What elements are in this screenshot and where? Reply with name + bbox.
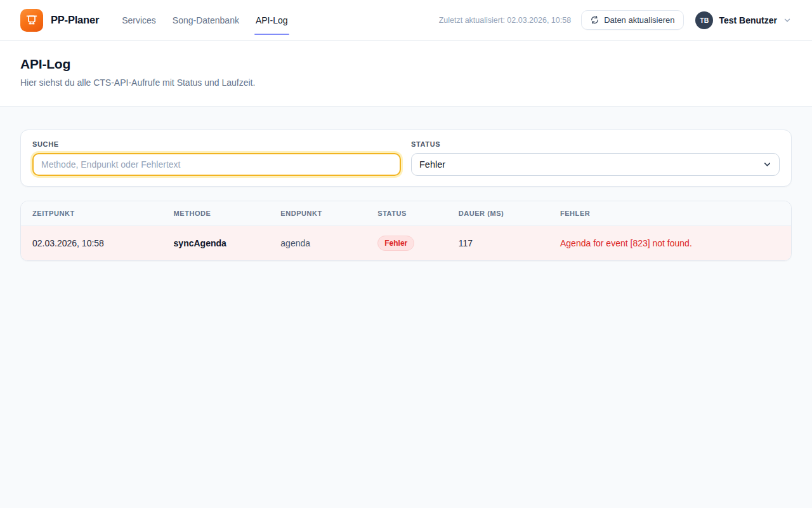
api-log-table-card: Zeitpunkt Methode Endpunkt Status Dauer … <box>20 201 792 261</box>
search-label: Suche <box>32 140 401 148</box>
nav-item-services[interactable]: Services <box>122 11 156 29</box>
refresh-data-button[interactable]: Daten aktualisieren <box>581 10 684 30</box>
column-header-dauer: Dauer (ms) <box>449 201 550 226</box>
user-name: Test Benutzer <box>719 15 777 25</box>
page-header: API-Log Hier siehst du alle CTS-API-Aufr… <box>0 41 812 107</box>
nav-item-song-datenbank[interactable]: Song-Datenbank <box>173 11 239 29</box>
table-row[interactable]: 02.03.2026, 10:58 syncAgenda agenda Fehl… <box>21 226 791 261</box>
column-header-status: Status <box>367 201 448 226</box>
status-select[interactable]: Fehler <box>411 153 780 176</box>
cell-methode: syncAgenda <box>164 226 271 261</box>
status-badge: Fehler <box>377 236 414 251</box>
search-field-group: Suche <box>32 140 401 176</box>
column-header-methode: Methode <box>164 201 271 226</box>
top-navbar: PP-Planer Services Song-Datenbank API-Lo… <box>0 0 812 41</box>
filter-card: Suche Status Fehler <box>20 130 792 187</box>
column-header-zeitpunkt: Zeitpunkt <box>21 201 164 226</box>
status-label: Status <box>411 140 780 148</box>
page-title: API-Log <box>20 57 792 72</box>
user-menu[interactable]: TB Test Benutzer <box>695 11 792 29</box>
navbar-right: Zuletzt aktualisiert: 02.03.2026, 10:58 … <box>439 10 792 30</box>
last-updated-text: Zuletzt aktualisiert: 02.03.2026, 10:58 <box>439 16 571 25</box>
page-subtitle: Hier siehst du alle CTS-API-Aufrufe mit … <box>20 77 792 88</box>
cell-status: Fehler <box>367 226 448 261</box>
chevron-down-icon <box>783 16 792 25</box>
cell-fehler: Agenda for event [823] not found. <box>550 226 791 261</box>
column-header-fehler: Fehler <box>550 201 791 226</box>
app-logo <box>20 9 43 32</box>
cell-zeitpunkt: 02.03.2026, 10:58 <box>21 226 164 261</box>
api-log-table: Zeitpunkt Methode Endpunkt Status Dauer … <box>21 201 791 260</box>
table-header-row: Zeitpunkt Methode Endpunkt Status Dauer … <box>21 201 791 226</box>
user-avatar: TB <box>695 11 713 29</box>
column-header-endpunkt: Endpunkt <box>270 201 367 226</box>
cell-endpunkt: agenda <box>270 226 367 261</box>
cell-dauer: 117 <box>449 226 550 261</box>
refresh-icon <box>591 16 599 24</box>
main-nav: Services Song-Datenbank API-Log <box>122 11 287 29</box>
status-select-wrap: Fehler <box>411 153 780 176</box>
search-input[interactable] <box>32 153 401 176</box>
nav-item-api-log[interactable]: API-Log <box>256 11 288 29</box>
status-field-group: Status Fehler <box>411 140 780 176</box>
brand-name: PP-Planer <box>51 14 99 26</box>
presentation-board-icon <box>25 14 38 27</box>
main-content: Suche Status Fehler Zeitpunkt <box>0 107 812 284</box>
refresh-button-label: Daten aktualisieren <box>604 15 674 25</box>
